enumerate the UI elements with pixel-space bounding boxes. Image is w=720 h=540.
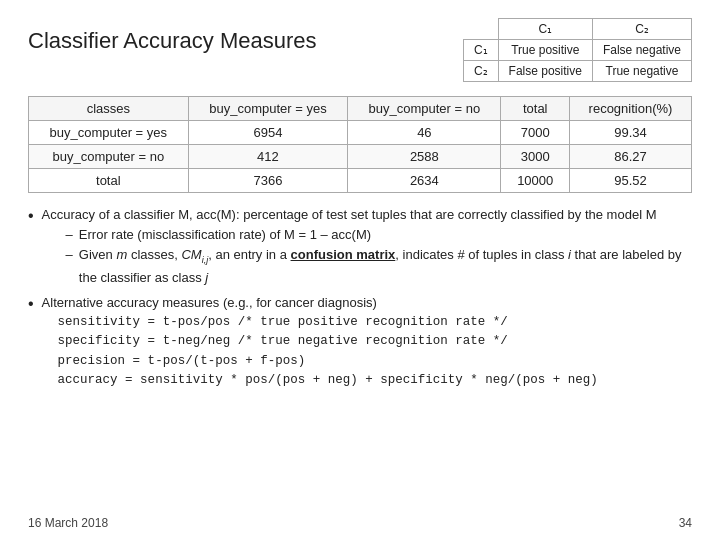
table-row: buy_computer = yes695446700099.34 (29, 121, 692, 145)
page-title: Classifier Accuracy Measures (28, 18, 443, 54)
footer: 16 March 2018 34 (28, 516, 692, 530)
conf-col2-header: C₂ (592, 19, 691, 40)
bullet-2-line3: precision = t-pos/(t-pos + f-pos) (58, 352, 692, 371)
italic-i: i (568, 247, 571, 262)
bullet-1-text: Accuracy of a classifier M, acc(M): perc… (42, 207, 657, 222)
conf-r2c2: True negative (592, 61, 691, 82)
table-cell: 2634 (348, 169, 501, 193)
table-cell: total (29, 169, 189, 193)
table-cell: 95.52 (569, 169, 691, 193)
accuracy-table: classes buy_computer = yes buy_computer … (28, 96, 692, 193)
bullet-2-line4: accuracy = sensitivity * pos/(pos + neg)… (58, 371, 692, 390)
col-recognition: recognition(%) (569, 97, 691, 121)
dash-2: – Given m classes, CMi,j, an entry in a … (66, 245, 692, 288)
table-cell: 3000 (501, 145, 570, 169)
conf-row2-label: C₂ (463, 61, 498, 82)
conf-r2c1: False positive (498, 61, 592, 82)
bold-confusion-matrix: confusion matrix (291, 247, 396, 262)
conf-col1-header: C₁ (498, 19, 592, 40)
dash-1: – Error rate (misclassification rate) of… (66, 225, 692, 245)
bullet-2: • Alternative accuracy measures (e.g., f… (28, 293, 692, 391)
table-cell: 99.34 (569, 121, 691, 145)
col-buy-no: buy_computer = no (348, 97, 501, 121)
confusion-matrix: C₁ C₂ C₁ True positive False negative C₂… (463, 18, 692, 82)
conf-r1c1: True positive (498, 40, 592, 61)
table-cell: buy_computer = yes (29, 121, 189, 145)
col-total: total (501, 97, 570, 121)
dash-1-symbol: – (66, 225, 73, 245)
bullet-2-text: Alternative accuracy measures (e.g., for… (42, 295, 377, 310)
italic-m: m (116, 247, 127, 262)
header-row: Classifier Accuracy Measures C₁ C₂ C₁ Tr… (28, 18, 692, 82)
conf-row1-label: C₁ (463, 40, 498, 61)
col-classes: classes (29, 97, 189, 121)
table-row: buy_computer = no4122588300086.27 (29, 145, 692, 169)
table-cell: 6954 (188, 121, 348, 145)
bullet-dot-1: • (28, 206, 34, 227)
italic-j: j (205, 270, 208, 285)
italic-cm: CMi,j (181, 247, 208, 262)
confusion-matrix-table: C₁ C₂ C₁ True positive False negative C₂… (463, 18, 692, 82)
bullet-dot-2: • (28, 294, 34, 315)
table-cell: 412 (188, 145, 348, 169)
bullet-2-line2: specificity = t-neg/neg /* true negative… (58, 332, 692, 351)
table-cell: buy_computer = no (29, 145, 189, 169)
footer-page: 34 (679, 516, 692, 530)
table-cell: 7000 (501, 121, 570, 145)
footer-date: 16 March 2018 (28, 516, 108, 530)
table-cell: 86.27 (569, 145, 691, 169)
table-cell: 7366 (188, 169, 348, 193)
bullet-1: • Accuracy of a classifier M, acc(M): pe… (28, 205, 692, 288)
table-row: total736626341000095.52 (29, 169, 692, 193)
bullet-1-content: Accuracy of a classifier M, acc(M): perc… (42, 205, 692, 288)
table-cell: 46 (348, 121, 501, 145)
bullet-2-line1: sensitivity = t-pos/pos /* true positive… (58, 313, 692, 332)
dash-1-text: Error rate (misclassification rate) of M… (79, 225, 371, 245)
dash-2-symbol: – (66, 245, 73, 265)
conf-r1c2: False negative (592, 40, 691, 61)
bullet-2-content: Alternative accuracy measures (e.g., for… (42, 293, 692, 391)
table-header-row: classes buy_computer = yes buy_computer … (29, 97, 692, 121)
dash-2-text: Given m classes, CMi,j, an entry in a co… (79, 245, 692, 288)
table-cell: 2588 (348, 145, 501, 169)
col-buy-yes: buy_computer = yes (188, 97, 348, 121)
table-cell: 10000 (501, 169, 570, 193)
bullet-section: • Accuracy of a classifier M, acc(M): pe… (28, 205, 692, 391)
page: Classifier Accuracy Measures C₁ C₂ C₁ Tr… (0, 0, 720, 406)
